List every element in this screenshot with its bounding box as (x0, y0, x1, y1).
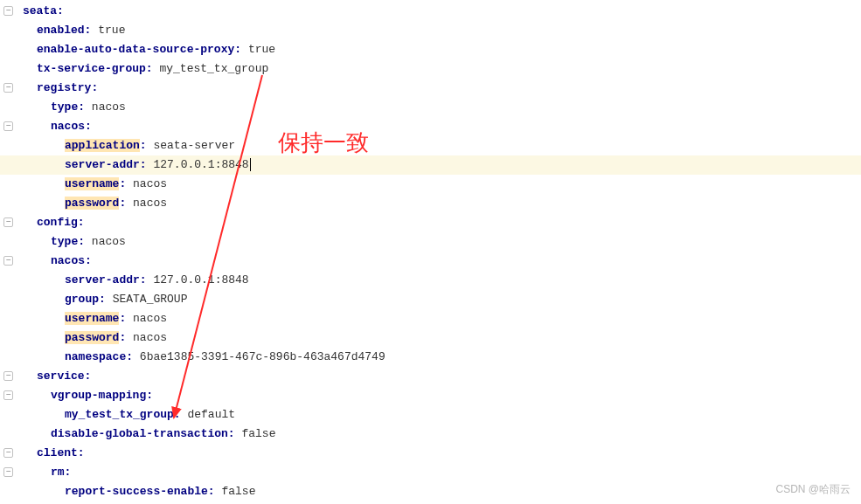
code-line[interactable]: my_test_tx_group: default (0, 405, 861, 425)
code-line[interactable]: password: nacos (0, 328, 861, 348)
code-line[interactable]: namespace: 6bae1385-3391-467c-896b-463a4… (0, 348, 861, 367)
code-line[interactable]: password: nacos (0, 194, 861, 213)
yaml-value: 127.0.0.1:8848 (153, 158, 248, 171)
code-line[interactable]: username: nacos (0, 175, 861, 194)
yaml-key: config (37, 216, 78, 229)
code-line[interactable]: tx-service-group: my_test_tx_group (0, 59, 861, 79)
code-line[interactable]: group: SEATA_GROUP (0, 290, 861, 309)
yaml-key: password (65, 197, 119, 210)
yaml-colon: : (85, 254, 92, 267)
yaml-key: tx-service-group (37, 62, 146, 75)
yaml-key: client (37, 446, 78, 459)
yaml-value: nacos (133, 331, 167, 344)
yaml-colon: : (78, 216, 85, 229)
yaml-key: service (37, 369, 85, 383)
code-line[interactable]: type: nacos (0, 232, 861, 252)
yaml-value: nacos (133, 197, 167, 210)
yaml-value: false (241, 427, 275, 440)
yaml-key: my_test_tx_group (65, 408, 174, 421)
yaml-value: nacos (133, 312, 167, 325)
yaml-colon: : (78, 100, 85, 114)
yaml-colon: : (140, 139, 147, 152)
yaml-key: application (65, 139, 140, 152)
yaml-key: type (51, 100, 78, 114)
yaml-colon: : (85, 369, 92, 383)
yaml-value: SEATA_GROUP (113, 293, 188, 306)
yaml-value: seata-server (153, 139, 235, 152)
code-line[interactable]: nacos: (0, 252, 861, 271)
yaml-value: nacos (133, 177, 167, 190)
yaml-value: 6bae1385-3391-467c-896b-463a467d4749 (140, 350, 385, 363)
yaml-colon: : (174, 408, 181, 421)
yaml-colon: : (78, 235, 85, 248)
yaml-value: false (221, 485, 255, 498)
yaml-key: server-addr (65, 158, 140, 171)
yaml-colon: : (146, 389, 153, 402)
yaml-key: group (65, 293, 99, 306)
code-line[interactable]: client: (0, 444, 861, 463)
yaml-key: server-addr (65, 273, 140, 287)
yaml-key: disable-global-transaction (51, 427, 228, 440)
yaml-key: username (65, 177, 119, 190)
yaml-key: password (65, 331, 119, 344)
code-line[interactable]: registry: (0, 79, 861, 98)
yaml-colon: : (65, 466, 72, 479)
code-line[interactable]: disable-global-transaction: false (0, 425, 861, 444)
yaml-colon: : (146, 62, 153, 75)
yaml-key: seata (23, 4, 57, 17)
yaml-key: report-success-enable (65, 485, 208, 498)
yaml-key: nacos (51, 254, 85, 267)
yaml-colon: : (208, 485, 215, 498)
yaml-key: rm (51, 466, 65, 479)
code-line[interactable]: nacos: (0, 117, 861, 136)
code-line[interactable]: report-success-enable: false (0, 482, 861, 501)
yaml-colon: : (228, 427, 235, 440)
yaml-key: registry (37, 81, 91, 94)
yaml-value: true (98, 24, 125, 37)
code-line[interactable]: enabled: true (0, 21, 861, 40)
yaml-value: default (187, 408, 235, 421)
yaml-value: 127.0.0.1:8848 (153, 273, 248, 287)
code-line[interactable]: seata: (0, 2, 861, 21)
yaml-colon: : (140, 158, 147, 171)
yaml-colon: : (57, 4, 64, 17)
code-line[interactable]: config: (0, 213, 861, 232)
yaml-key: enabled (37, 24, 85, 37)
yaml-colon: : (99, 293, 106, 306)
yaml-colon: : (78, 446, 85, 459)
yaml-value: true (248, 43, 275, 56)
code-line[interactable]: enable-auto-data-source-proxy: true (0, 40, 861, 59)
yaml-value: my_test_tx_group (159, 62, 268, 75)
yaml-colon: : (91, 81, 98, 94)
code-line[interactable]: service: (0, 367, 861, 386)
code-line[interactable]: vgroup-mapping: (0, 386, 861, 405)
yaml-key: namespace (65, 350, 126, 363)
yaml-key: nacos (51, 120, 85, 133)
text-cursor (250, 158, 251, 171)
yaml-colon: : (126, 350, 133, 363)
code-editor[interactable]: seata:enabled: trueenable-auto-data-sour… (0, 0, 861, 501)
yaml-key: username (65, 312, 119, 325)
yaml-key: enable-auto-data-source-proxy (37, 43, 234, 56)
yaml-value: nacos (92, 235, 126, 248)
yaml-colon: : (234, 43, 241, 56)
yaml-colon: : (85, 120, 92, 133)
code-line[interactable]: type: nacos (0, 98, 861, 117)
yaml-key: vgroup-mapping (51, 389, 146, 402)
yaml-colon: : (140, 273, 147, 287)
code-line[interactable]: username: nacos (0, 309, 861, 328)
yaml-value: nacos (92, 100, 126, 114)
code-line[interactable]: application: seata-server (0, 136, 861, 155)
code-line[interactable]: server-addr: 127.0.0.1:8848 (0, 155, 861, 175)
code-line[interactable]: rm: (0, 463, 861, 482)
code-line[interactable]: server-addr: 127.0.0.1:8848 (0, 271, 861, 290)
yaml-key: type (51, 235, 78, 248)
